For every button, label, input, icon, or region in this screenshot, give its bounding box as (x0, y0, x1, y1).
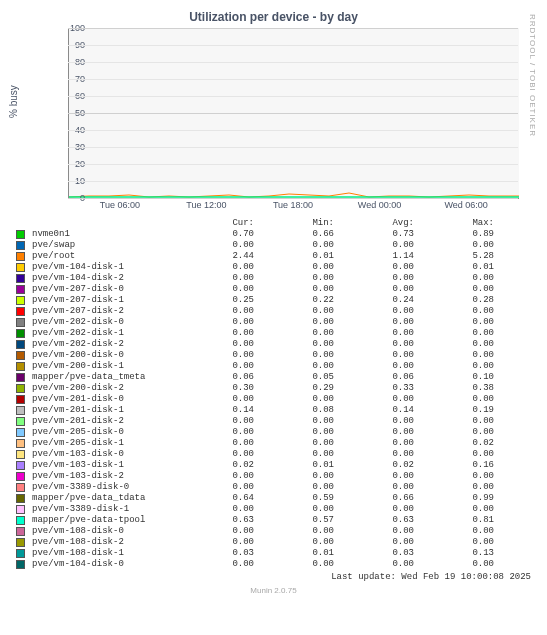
legend-max: 0.10 (420, 372, 500, 383)
legend-row: nvme0n10.700.660.730.89 (16, 229, 531, 240)
legend-row: pve/vm-103-disk-00.000.000.000.00 (16, 449, 531, 460)
legend-max: 0.81 (420, 515, 500, 526)
legend-row: pve/vm-201-disk-00.000.000.000.00 (16, 394, 531, 405)
legend-max: 0.00 (420, 526, 500, 537)
x-tick: Wed 06:00 (444, 200, 487, 210)
legend-avg: 1.14 (340, 251, 420, 262)
legend-cur: 0.00 (180, 273, 260, 284)
legend-cur: 0.00 (180, 504, 260, 515)
legend-avg: 0.00 (340, 317, 420, 328)
gridline (68, 45, 518, 46)
legend-row: pve/vm-104-disk-00.000.000.000.00 (16, 559, 531, 570)
legend-row: pve/vm-108-disk-20.000.000.000.00 (16, 537, 531, 548)
legend-avg: 0.73 (340, 229, 420, 240)
legend-max: 0.13 (420, 548, 500, 559)
legend-min: 0.00 (260, 262, 340, 273)
legend-swatch (16, 450, 25, 459)
legend-min: 0.00 (260, 449, 340, 460)
legend-avg: 0.33 (340, 383, 420, 394)
legend-avg: 0.00 (340, 350, 420, 361)
legend-row: pve/vm-103-disk-10.020.010.020.16 (16, 460, 531, 471)
legend-swatch (16, 538, 25, 547)
legend-label: nvme0n1 (30, 229, 180, 240)
legend-max: 0.28 (420, 295, 500, 306)
legend-avg: 0.00 (340, 471, 420, 482)
legend-avg: 0.00 (340, 306, 420, 317)
legend-label: pve/vm-202-disk-2 (30, 339, 180, 350)
legend-max: 0.00 (420, 317, 500, 328)
legend-avg: 0.00 (340, 284, 420, 295)
legend-swatch (16, 461, 25, 470)
legend-cur: 0.70 (180, 229, 260, 240)
legend-min: 0.00 (260, 471, 340, 482)
legend-cur: 0.30 (180, 383, 260, 394)
legend-avg: 0.00 (340, 262, 420, 273)
legend-min: 0.00 (260, 394, 340, 405)
legend-row: pve/root2.440.011.145.28 (16, 251, 531, 262)
legend-swatch (16, 549, 25, 558)
legend-cur: 0.00 (180, 394, 260, 405)
legend-max: 0.00 (420, 350, 500, 361)
legend-row: pve/vm-201-disk-10.140.080.140.19 (16, 405, 531, 416)
legend-row: pve/vm-108-disk-10.030.010.030.13 (16, 548, 531, 559)
legend-min: 0.00 (260, 416, 340, 427)
legend-row: pve/vm-202-disk-20.000.000.000.00 (16, 339, 531, 350)
legend-label: pve/vm-201-disk-2 (30, 416, 180, 427)
legend-label: pve/vm-103-disk-0 (30, 449, 180, 460)
y-axis-label: % busy (8, 85, 19, 118)
legend-swatch (16, 395, 25, 404)
legend-row: pve/vm-205-disk-10.000.000.000.02 (16, 438, 531, 449)
legend-min: 0.01 (260, 548, 340, 559)
legend-label: pve/vm-201-disk-0 (30, 394, 180, 405)
gridline (68, 147, 518, 148)
legend-label: mapper/pve-data_tmeta (30, 372, 180, 383)
legend-cur: 0.14 (180, 405, 260, 416)
gridline (68, 79, 518, 80)
legend-max: 5.28 (420, 251, 500, 262)
legend-swatch (16, 329, 25, 338)
legend-swatch (16, 241, 25, 250)
legend-max: 0.00 (420, 427, 500, 438)
legend-label: pve/vm-200-disk-2 (30, 383, 180, 394)
legend-cur: 0.00 (180, 416, 260, 427)
x-tick: Tue 06:00 (100, 200, 140, 210)
legend-max: 0.00 (420, 339, 500, 350)
legend-row: pve/vm-202-disk-00.000.000.000.00 (16, 317, 531, 328)
legend-label: pve/vm-205-disk-0 (30, 427, 180, 438)
legend-avg: 0.00 (340, 361, 420, 372)
legend-swatch (16, 351, 25, 360)
legend-label: pve/vm-200-disk-0 (30, 350, 180, 361)
legend-row: pve/vm-3389-disk-10.000.000.000.00 (16, 504, 531, 515)
legend-max: 0.00 (420, 482, 500, 493)
gridline (68, 198, 518, 199)
legend-min: 0.00 (260, 559, 340, 570)
legend-swatch (16, 439, 25, 448)
legend-label: mapper/pve-data-tpool (30, 515, 180, 526)
legend-min: 0.00 (260, 273, 340, 284)
legend-cur: 0.00 (180, 438, 260, 449)
legend-swatch (16, 373, 25, 382)
legend-cur: 0.64 (180, 493, 260, 504)
legend-row: pve/vm-207-disk-10.250.220.240.28 (16, 295, 531, 306)
legend-max: 0.01 (420, 262, 500, 273)
legend-swatch (16, 384, 25, 393)
rrdtool-credit: RRDTOOL / TOBI OETIKER (528, 14, 537, 137)
legend-swatch (16, 428, 25, 437)
legend-avg: 0.00 (340, 482, 420, 493)
legend-min: 0.00 (260, 240, 340, 251)
legend-min: 0.08 (260, 405, 340, 416)
legend-cur: 2.44 (180, 251, 260, 262)
legend-max: 0.00 (420, 537, 500, 548)
legend-min: 0.00 (260, 482, 340, 493)
legend-swatch (16, 318, 25, 327)
legend-cur: 0.00 (180, 350, 260, 361)
legend-row: mapper/pve-data_tdata0.640.590.660.99 (16, 493, 531, 504)
legend-max: 0.00 (420, 471, 500, 482)
legend-cur: 0.00 (180, 526, 260, 537)
legend-cur: 0.00 (180, 482, 260, 493)
legend-min: 0.66 (260, 229, 340, 240)
legend-max: 0.02 (420, 438, 500, 449)
chart-title: Utilization per device - by day (8, 10, 539, 24)
legend-min: 0.00 (260, 427, 340, 438)
legend-min: 0.00 (260, 526, 340, 537)
